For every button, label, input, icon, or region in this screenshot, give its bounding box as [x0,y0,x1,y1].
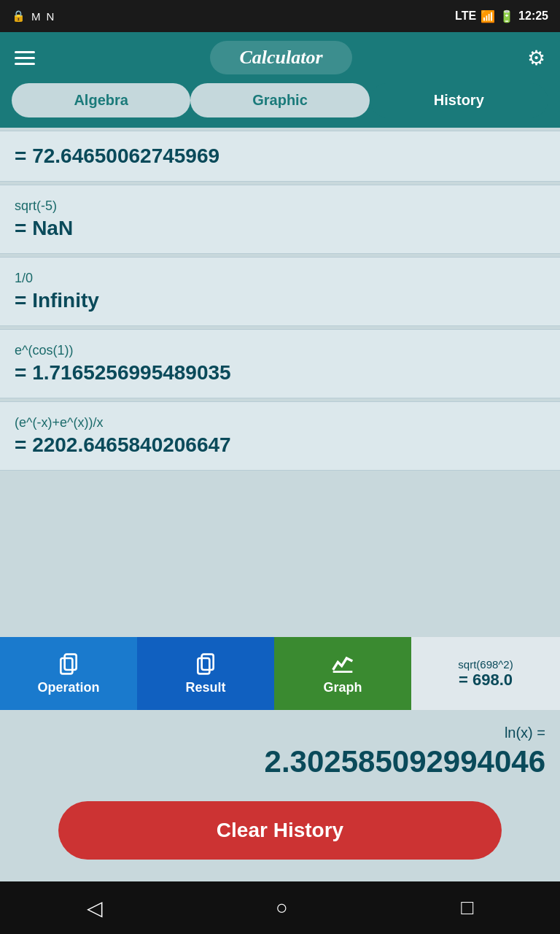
history-result: = 2202.6465840206647 [15,433,545,457]
history-expr: sqrt(-5) [15,198,545,214]
history-result: = 72.64650062745969 [15,144,545,168]
result-icon [194,652,217,676]
history-item: 1/0 = Infinity [0,257,560,326]
battery-icon: 🔋 [499,9,514,23]
action-bar: Operation Result Graph sqrt(698^2) = 698… [0,637,560,710]
graph-button[interactable]: Graph [274,637,411,710]
clock: 12:25 [518,9,548,23]
home-button[interactable]: ○ [276,896,288,919]
status-bar: 🔒 M N LTE 📶 🔋 12:25 [0,0,560,32]
last-result: = 698.0 [459,671,513,690]
operation-label: Operation [37,680,99,695]
status-left: 🔒 M N [12,9,54,23]
history-result: = NaN [15,217,545,240]
clear-history-button[interactable]: Clear History [58,801,502,860]
app-title-wrap: Calculator [210,41,351,74]
history-item: sqrt(-5) = NaN [0,185,560,254]
graph-label: Graph [323,680,362,695]
recent-button[interactable]: □ [461,896,473,919]
result-label: Result [185,680,225,695]
notification-icon: N [47,10,55,23]
last-expr: sqrt(698^2) [458,658,513,671]
ln-value: 2.302585092994046 [15,744,545,779]
history-expr: 1/0 [15,271,545,286]
tab-history[interactable]: History [370,83,548,117]
operation-icon [57,652,80,676]
history-item: (e^(-x)+e^(x))/x = 2202.6465840206647 [0,401,560,471]
ln-label: ln(x) = [15,725,545,741]
svg-rect-0 [65,654,77,669]
last-result-display: sqrt(698^2) = 698.0 [411,637,560,710]
history-item: e^(cos(1)) = 1.7165256995489035 [0,329,560,398]
back-button[interactable]: ◁ [87,896,103,920]
svg-rect-2 [202,654,214,669]
tab-bar: Algebra Graphic History [0,83,560,128]
operation-button[interactable]: Operation [0,637,137,710]
app-title: Calculator [239,47,322,68]
settings-button[interactable]: ⚙ [527,46,545,70]
history-list: = 72.64650062745969 sqrt(-5) = NaN 1/0 =… [0,128,560,637]
clear-section: Clear History [0,787,560,881]
ln-section: ln(x) = 2.302585092994046 [0,710,560,787]
svg-rect-3 [198,658,209,674]
tab-algebra[interactable]: Algebra [12,83,190,117]
svg-rect-1 [61,658,72,674]
result-button[interactable]: Result [137,637,274,710]
history-expr: e^(cos(1)) [15,343,545,358]
tab-graphic[interactable]: Graphic [190,83,369,117]
lock-icon: 🔒 [12,9,26,23]
lte-icon: LTE [455,9,476,23]
gmail-icon: M [31,10,41,23]
status-right: LTE 📶 🔋 12:25 [455,9,548,23]
history-result: = Infinity [15,289,545,312]
history-item: = 72.64650062745969 [0,131,560,182]
history-expr: (e^(-x)+e^(x))/x [15,415,545,431]
history-result: = 1.7165256995489035 [15,361,545,385]
menu-button[interactable] [15,51,35,65]
signal-bars: 📶 [481,9,495,23]
graph-icon [331,652,354,676]
nav-bar: ◁ ○ □ [0,881,560,934]
app-header: Calculator ⚙ [0,32,560,83]
